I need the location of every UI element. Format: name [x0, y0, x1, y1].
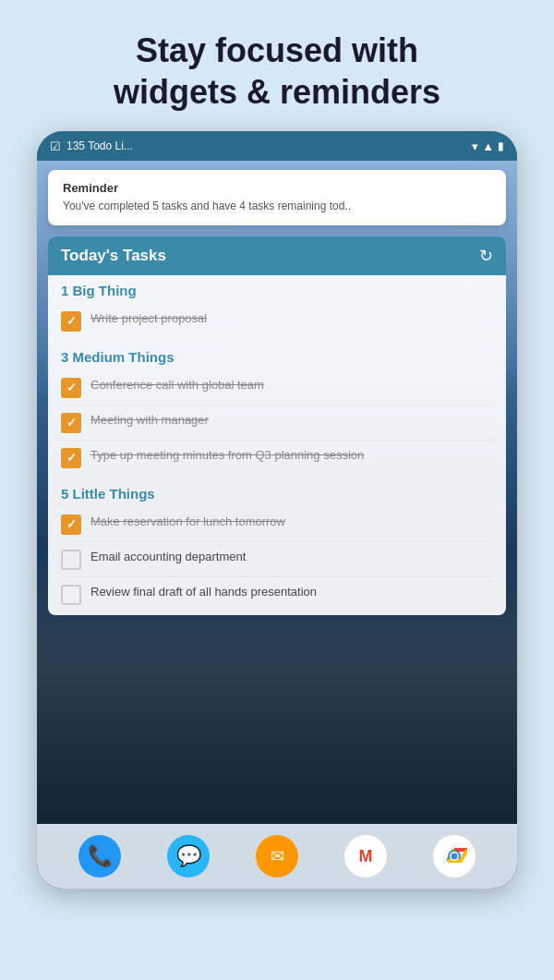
svg-point-3: [452, 853, 458, 860]
bottom-dock: 📞 💬 ✉ M: [37, 824, 517, 889]
signal-icon: ▲: [482, 139, 494, 153]
tasks-widget: Today's Tasks ↻ 1 Big Thing Write projec…: [48, 236, 506, 615]
hero-heading: Stay focused with widgets & reminders: [0, 0, 554, 131]
battery-icon: ▮: [498, 139, 504, 152]
dock-messages-icon[interactable]: 💬: [167, 835, 210, 877]
task-item: Review final draft of all hands presenta…: [61, 577, 493, 611]
task-item: Email accounting department: [61, 542, 493, 577]
wifi-icon: ▾: [472, 139, 478, 153]
section-little-things-title: 5 Little Things: [61, 486, 493, 502]
task-text: Conference call with global team: [90, 377, 493, 393]
task-item: Write project proposal: [61, 304, 493, 338]
section-medium-things-title: 3 Medium Things: [61, 349, 493, 365]
task-checkbox[interactable]: [61, 448, 81, 468]
task-text: Type up meeting minutes from Q3 planning…: [90, 447, 493, 464]
task-checkbox[interactable]: [61, 378, 81, 398]
dock-gmail-icon[interactable]: M: [344, 835, 387, 877]
task-checkbox[interactable]: [61, 585, 81, 605]
task-text: Review final draft of all hands presenta…: [90, 584, 493, 600]
status-bar-left: ☑ 135 Todo Li...: [50, 139, 133, 153]
task-checkbox[interactable]: [61, 514, 81, 535]
dock-phone-icon[interactable]: 📞: [78, 835, 121, 877]
phone-mockup: ☑ 135 Todo Li... ▾ ▲ ▮ Reminder You've c…: [37, 131, 517, 889]
refresh-icon[interactable]: ↻: [479, 246, 493, 266]
task-item: Make reservation for lunch tomorrow: [61, 507, 493, 542]
section-little-things: 5 Little Things Make reservation for lun…: [48, 478, 506, 615]
notification-body: You've completed 5 tasks and have 4 task…: [63, 199, 491, 214]
task-item: Conference call with global team: [61, 370, 493, 405]
dock-chrome-icon[interactable]: [433, 835, 476, 877]
section-big-things: 1 Big Thing Write project proposal: [48, 275, 506, 342]
header-line1: Stay focused with: [136, 31, 418, 69]
task-text: Make reservation for lunch tomorrow: [90, 514, 493, 530]
tasks-header: Today's Tasks ↻: [48, 236, 506, 275]
status-bar-right: ▾ ▲ ▮: [472, 139, 504, 153]
header-line2: widgets & reminders: [114, 73, 440, 111]
notification-card: Reminder You've completed 5 tasks and ha…: [48, 170, 506, 225]
notification-title: Reminder: [63, 181, 491, 195]
status-bar: ☑ 135 Todo Li... ▾ ▲ ▮: [37, 131, 517, 161]
section-medium-things: 3 Medium Things Conference call with glo…: [48, 342, 506, 478]
task-text: Email accounting department: [90, 549, 493, 565]
dock-email-icon[interactable]: ✉: [256, 835, 298, 877]
task-checkbox[interactable]: [61, 550, 81, 570]
task-checkbox[interactable]: [61, 311, 81, 332]
section-big-things-title: 1 Big Thing: [61, 283, 493, 298]
app-name: 135 Todo Li...: [66, 139, 133, 152]
task-item: Meeting with manager: [61, 405, 493, 441]
task-text: Write project proposal: [90, 310, 493, 327]
checkmark-icon: ☑: [50, 139, 61, 153]
tasks-header-title: Today's Tasks: [61, 247, 166, 265]
task-checkbox[interactable]: [61, 413, 81, 433]
task-item: Type up meeting minutes from Q3 planning…: [61, 441, 493, 475]
task-text: Meeting with manager: [90, 412, 493, 429]
